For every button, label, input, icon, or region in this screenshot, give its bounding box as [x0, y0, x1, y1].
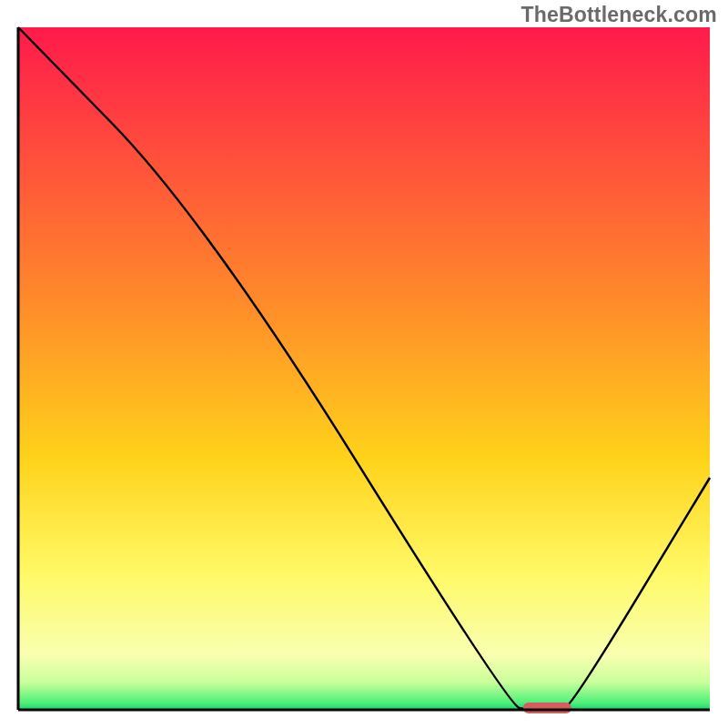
bottleneck-chart: TheBottleneck.com [0, 0, 728, 728]
optimal-range-marker [523, 703, 571, 713]
watermark-label: TheBottleneck.com [521, 3, 717, 27]
plot-background [18, 27, 710, 710]
chart-svg [0, 0, 728, 728]
